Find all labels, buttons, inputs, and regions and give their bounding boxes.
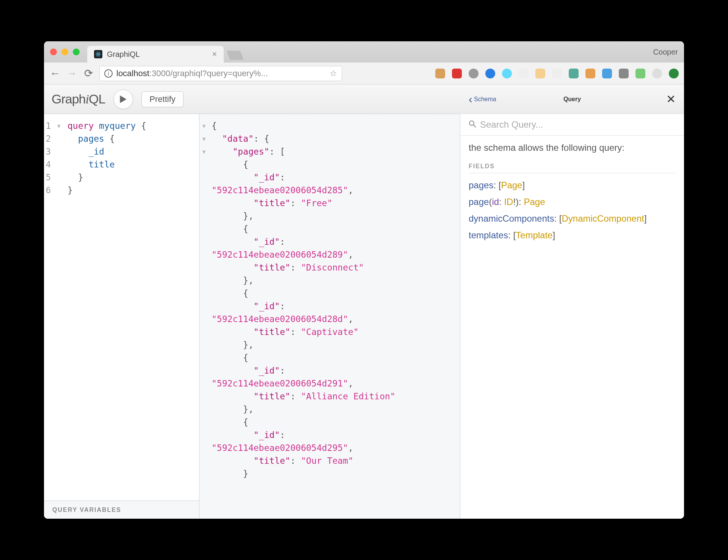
close-window-button[interactable] [50,48,57,55]
svg-point-0 [98,54,99,55]
query-editor-pane: 1 ▾2 3 4 5 6 query myquery { pages { _id… [44,114,199,519]
query-editor[interactable]: 1 ▾2 3 4 5 6 query myquery { pages { _id… [44,114,199,501]
extension-icon[interactable] [502,69,512,78]
extension-icon[interactable] [602,69,612,78]
docs-field-row[interactable]: page(id: ID!): Page [469,197,676,207]
docs-fields-list: pages: [Page]page(id: ID!): PagedynamicC… [469,180,676,241]
titlebar: GraphiQL × Cooper [44,41,684,63]
line-gutter: 1 ▾2 3 4 5 6 [44,119,65,501]
address-bar-row: ← → ⟳ i localhost:3000/graphiql?query=qu… [44,63,684,84]
query-code[interactable]: query myquery { pages { _id title }} [65,119,146,501]
docs-pane: the schema allows the following query: F… [460,114,684,519]
reload-button[interactable]: ⟳ [83,67,94,80]
extension-icon[interactable] [519,69,529,78]
extension-icon[interactable] [535,69,545,78]
chevron-left-icon: ‹ [469,93,472,106]
graphiql-app: GraphiQL Prettify ‹ Schema Query ✕ [44,84,684,519]
toolbar: GraphiQL Prettify [44,84,460,114]
query-variables-bar[interactable]: QUERY VARIABLES [44,501,199,519]
extension-icon[interactable] [669,69,679,78]
tab-close-icon[interactable]: × [212,49,217,59]
docs-search [460,114,684,136]
svg-line-5 [474,125,476,127]
docs-field-row[interactable]: pages: [Page] [469,180,676,191]
minimize-window-button[interactable] [61,48,68,55]
docs-body: the schema allows the following query: F… [460,136,684,253]
extension-icon[interactable] [435,69,445,78]
extension-icon[interactable] [652,69,662,78]
docs-description: the schema allows the following query: [469,142,676,153]
extension-icon[interactable] [485,69,495,78]
tab-title: GraphiQL [107,50,140,59]
extension-icon[interactable] [635,69,645,78]
traffic-lights [50,48,80,55]
browser-window: GraphiQL × Cooper ← → ⟳ i localhost:3000… [44,41,684,519]
extension-icon[interactable] [469,69,479,78]
forward-button[interactable]: → [66,67,77,80]
extension-icon[interactable] [552,69,562,78]
maximize-window-button[interactable] [73,48,80,55]
svg-point-4 [469,121,474,125]
extension-icons [350,69,679,78]
search-icon [469,119,476,130]
result-json[interactable]: { "data": { "pages": [ { "_id": "592c114… [202,119,460,480]
docs-title: Query [563,96,581,103]
docs-back-button[interactable]: ‹ Schema [469,93,496,106]
run-query-button[interactable] [113,89,133,109]
result-fold-column: ▾▾▾ [199,119,209,158]
docs-field-row[interactable]: dynamicComponents: [DynamicComponent] [469,213,676,224]
extension-icon[interactable] [619,69,629,78]
site-info-icon[interactable]: i [104,69,113,78]
prettify-button[interactable]: Prettify [141,91,183,107]
new-tab-button[interactable] [227,51,244,60]
docs-search-input[interactable] [480,119,676,130]
address-field[interactable]: i localhost:3000/graphiql?query=query%..… [99,66,342,81]
back-button[interactable]: ← [49,67,61,80]
docs-back-label: Schema [474,96,496,103]
extension-icon[interactable] [585,69,595,78]
play-icon [120,95,127,103]
favicon-icon [94,50,102,58]
extension-icon[interactable] [569,69,579,78]
docs-close-icon[interactable]: ✕ [666,92,676,106]
profile-name[interactable]: Cooper [653,48,678,56]
bookmark-star-icon[interactable]: ☆ [329,69,337,78]
url-text: localhost:3000/graphiql?query=query%... [116,69,326,78]
docs-header: ‹ Schema Query ✕ [460,84,684,114]
panes: 1 ▾2 3 4 5 6 query myquery { pages { _id… [44,114,684,519]
extension-icon[interactable] [452,69,462,78]
browser-tab[interactable]: GraphiQL × [87,46,224,63]
result-pane: ▾▾▾ { "data": { "pages": [ { "_id": "592… [199,114,460,519]
fields-section-label: FIELDS [469,163,676,173]
docs-field-row[interactable]: templates: [Template] [469,230,676,241]
graphiql-logo: GraphiQL [52,92,105,106]
